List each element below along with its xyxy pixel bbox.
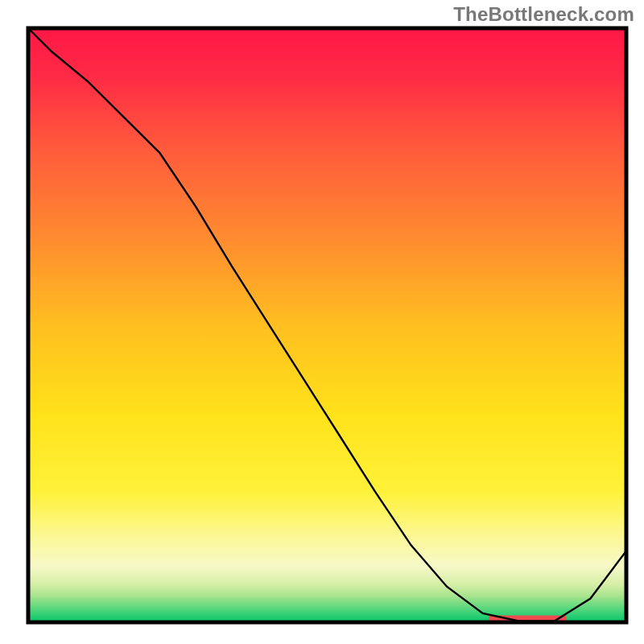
bottleneck-chart (0, 0, 644, 644)
plot-background (28, 28, 626, 622)
chart-stage: TheBottleneck.com (0, 0, 644, 644)
